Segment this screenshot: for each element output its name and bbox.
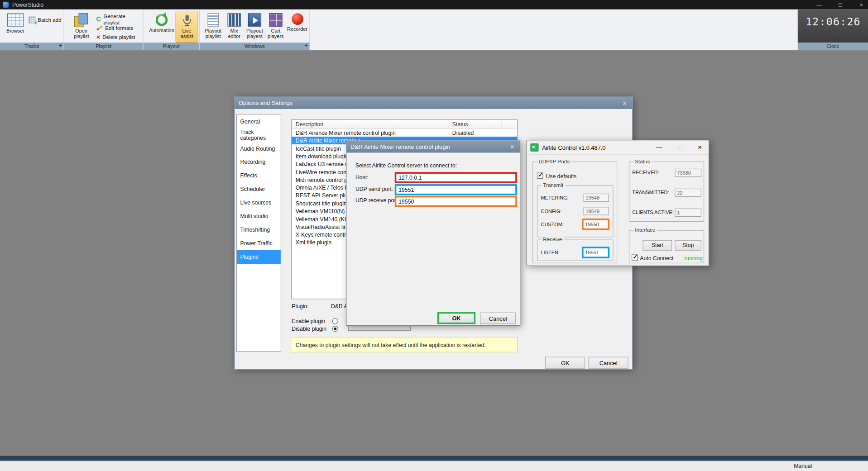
plugin-dialog-close-icon[interactable]: × — [508, 143, 516, 150]
sidebar-item-track-categories[interactable]: Track categories — [237, 128, 281, 142]
open-playlist-icon — [74, 13, 89, 26]
clients-active-field: 1 — [675, 209, 701, 217]
close-button[interactable]: × — [858, 2, 865, 8]
playlist-group-label: Playlist — [64, 43, 143, 50]
clock-group-label-text: Clock — [827, 43, 839, 49]
sidebar-item-scheduler[interactable]: Scheduler — [237, 182, 281, 196]
connect-ok-button[interactable]: OK — [437, 312, 475, 324]
sidebar-item-live-sources[interactable]: Live sources — [237, 196, 281, 209]
ribbon-group-playout: Automation Live assist Playout — [144, 10, 200, 50]
cart-players-button[interactable]: Cart players — [265, 13, 286, 39]
transmitted-field: 22 — [675, 189, 701, 197]
use-defaults-checkbox[interactable] — [537, 172, 543, 178]
playout-group-label: Playout — [144, 43, 199, 50]
mix-editor-label: Mix editor — [224, 28, 244, 39]
mix-editor-button[interactable]: Mix editor — [224, 13, 244, 39]
connect-instruction: Select Airlite Control server to connect… — [355, 162, 457, 168]
sidebar-item-timeshifting[interactable]: Timeshifting — [237, 223, 281, 237]
running-status-text: running — [684, 255, 703, 261]
restart-note: Changes to plugin settings will not take… — [291, 337, 518, 352]
plugins-table-header: Description Status — [292, 120, 517, 129]
open-playlist-button[interactable]: Open playlist — [69, 13, 94, 39]
status-group-label: Status — [633, 158, 652, 164]
ribbon-group-clock: 12:06:26 Clock — [798, 10, 868, 50]
plugin-name-line: Plugin: D&R Ai — [292, 303, 308, 309]
sidebar-item-power-traffic[interactable]: Power Traffic — [237, 237, 281, 250]
plugin-connect-dialog: D&R Airlite Mixer remote control plugin … — [346, 140, 520, 326]
column-header-description[interactable]: Description — [292, 120, 448, 128]
maximize-button[interactable]: □ — [837, 2, 844, 8]
windows-group-expand[interactable]: + — [305, 43, 308, 48]
host-input[interactable]: 127.0.0.1 — [395, 172, 517, 183]
disable-plugin-option: Disable plugin — [292, 326, 342, 332]
airlite-maximize-button[interactable]: □ — [676, 144, 684, 151]
sidebar-item-effects[interactable]: Effects — [237, 169, 281, 182]
receive-group-label: Receive — [542, 236, 564, 242]
airlite-minimize-button[interactable]: — — [656, 144, 663, 151]
automation-button[interactable]: Automation — [147, 14, 177, 33]
disable-plugin-radio[interactable] — [332, 326, 338, 332]
plugin-dialog-title: D&R Airlite Mixer remote control plugin — [350, 143, 450, 150]
enable-plugin-radio[interactable] — [332, 318, 338, 324]
playout-playlist-button[interactable]: Playout playlist — [202, 13, 224, 39]
playout-group-label-text: Playout — [163, 43, 180, 49]
options-dialog-titlebar[interactable]: Options and Settings × — [235, 97, 632, 109]
live-assist-button[interactable]: Live assist — [176, 12, 198, 43]
sidebar-item-audio-routing[interactable]: Audio Routing — [237, 142, 281, 155]
udp-send-port-input[interactable]: 19551 — [395, 184, 517, 195]
edit-formats-button[interactable]: Edit formats — [96, 24, 134, 32]
column-header-status[interactable]: Status — [448, 120, 502, 128]
airlite-title: Airlite Control v1.0.487.0 — [542, 144, 606, 151]
options-ok-button[interactable]: OK — [545, 357, 585, 369]
listen-value: 19551 — [585, 250, 599, 255]
airlite-app-icon — [530, 143, 538, 152]
clock-time: 12:06:26 — [798, 15, 868, 28]
playout-playlist-label: Playout playlist — [202, 28, 224, 39]
titlebar[interactable]: PowerStudio — □ × — [0, 0, 868, 10]
browser-button[interactable]: Browser — [2, 13, 29, 34]
listen-label: LISTEN: — [541, 250, 560, 256]
options-dialog-close-icon[interactable]: × — [621, 99, 628, 106]
custom-field[interactable]: 19550 — [582, 219, 609, 230]
delete-playlist-button[interactable]: Delete playlist — [96, 33, 135, 41]
auto-connect-checkbox[interactable] — [632, 254, 638, 260]
clients-active-label: CLIENTS ACTIVE: — [632, 209, 674, 215]
browser-label: Browser — [6, 28, 24, 34]
sidebar-item-general[interactable]: General — [237, 114, 281, 128]
minimize-button[interactable]: — — [816, 2, 823, 8]
enable-plugin-option: Enable plugin — [292, 318, 342, 324]
airlite-close-button[interactable]: × — [696, 144, 704, 151]
stop-button[interactable]: Stop — [675, 240, 701, 251]
received-field: 73680 — [675, 169, 701, 177]
listen-field[interactable]: 19551 — [582, 247, 609, 258]
playout-players-button[interactable]: Playout players — [244, 13, 265, 39]
interface-group-label: Interface — [633, 227, 657, 233]
batch-add-button[interactable]: Batch add — [29, 15, 62, 24]
table-row[interactable]: D&R Airence Mixer remote control pluginD… — [292, 129, 517, 137]
udp-send-port-value: 19551 — [398, 187, 414, 193]
connect-cancel-button[interactable]: Cancel — [480, 313, 516, 324]
sidebar-item-plugins[interactable]: Plugins — [237, 250, 281, 264]
metering-field[interactable]: 19548 — [584, 194, 609, 202]
generate-playlist-button[interactable]: Generate playlist — [96, 15, 143, 23]
custom-label: CUSTOM: — [541, 222, 564, 227]
open-playlist-label: Open playlist — [69, 28, 94, 39]
config-label: CONFIG: — [541, 209, 561, 214]
received-label: RECEIVED: — [632, 170, 659, 175]
sidebar-item-recording[interactable]: Recording — [237, 155, 281, 169]
tracks-group-expand[interactable]: + — [59, 43, 62, 48]
clients-active-value: 1 — [677, 210, 680, 215]
edit-formats-label: Edit formats — [105, 25, 133, 31]
options-cancel-button[interactable]: Cancel — [589, 357, 628, 369]
config-value: 19549 — [585, 208, 599, 214]
udp-receive-port-input[interactable]: 19550 — [395, 196, 517, 207]
ribbon-group-windows: Playout playlist Mix editor Playout play… — [200, 10, 310, 50]
disable-plugin-label: Disable plugin — [292, 326, 326, 332]
transmitted-value: 22 — [677, 190, 682, 195]
config-field[interactable]: 19549 — [584, 207, 609, 215]
airlite-titlebar[interactable]: Airlite Control v1.0.487.0 — □ × — [527, 141, 709, 155]
recorder-button[interactable]: Recorder — [286, 13, 308, 39]
start-button[interactable]: Start — [643, 240, 672, 251]
sidebar-item-multi-studio[interactable]: Multi studio — [237, 209, 281, 223]
plugin-dialog-titlebar[interactable]: D&R Airlite Mixer remote control plugin … — [346, 141, 520, 153]
